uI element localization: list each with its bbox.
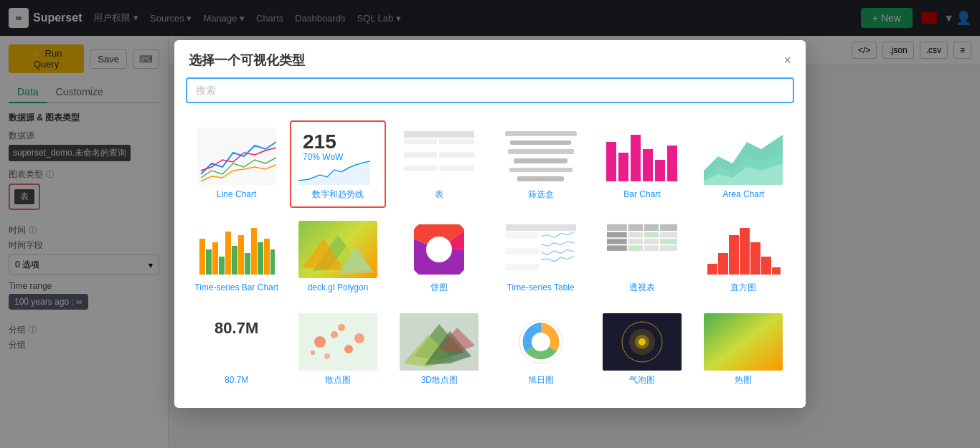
chart-card-pivot[interactable]: 透视表 (594, 214, 689, 301)
chart-card-3d[interactable]: 3D散点图 (392, 306, 487, 394)
chart-preview-tsbar (197, 221, 276, 278)
modal-search-area (174, 77, 806, 112)
svg-point-85 (311, 351, 315, 355)
svg-rect-4 (439, 139, 474, 144)
chart-card-bar[interactable]: Bar Chart (594, 120, 689, 208)
svg-rect-35 (251, 228, 257, 275)
chart-type-modal: 选择一个可视化类型 × Line Chart (174, 40, 806, 408)
chart-name-bignumber: 数字和趋势线 (312, 189, 364, 201)
svg-point-46 (426, 237, 452, 262)
svg-rect-33 (238, 235, 244, 275)
chart-card-tsbar[interactable]: Time-series Bar Chart (189, 214, 284, 301)
chart-name-heatmap: 热图 (735, 375, 752, 386)
svg-point-98 (639, 338, 646, 345)
big-number2-value: 80.7M (215, 319, 258, 338)
modal-header: 选择一个可视化类型 × (174, 40, 806, 77)
svg-rect-50 (506, 240, 539, 247)
svg-rect-78 (772, 267, 781, 275)
svg-rect-18 (631, 135, 641, 181)
svg-point-81 (331, 331, 338, 338)
chart-card-scatter[interactable]: 散点图 (290, 306, 385, 394)
svg-rect-8 (439, 153, 474, 158)
svg-rect-61 (644, 232, 659, 237)
svg-rect-10 (439, 159, 474, 164)
svg-rect-64 (628, 239, 643, 244)
chart-card-heatmap[interactable]: 热图 (696, 306, 791, 394)
svg-rect-36 (258, 242, 263, 275)
chart-preview-bignumber2: 80.7M (197, 313, 276, 371)
svg-rect-13 (404, 172, 437, 177)
chart-name-bar: Bar Chart (623, 189, 660, 201)
svg-rect-30 (219, 257, 225, 275)
svg-rect-27 (199, 239, 205, 275)
svg-rect-31 (225, 232, 231, 275)
modal-title: 选择一个可视化类型 (189, 52, 305, 69)
chart-preview-heatmap (704, 313, 783, 371)
chart-preview-pivot (603, 221, 682, 278)
svg-rect-0 (197, 128, 276, 185)
svg-rect-51 (506, 248, 539, 254)
chart-card-line[interactable]: Line Chart (189, 120, 284, 208)
chart-card-filter[interactable]: 筛选盒 (493, 120, 588, 208)
chart-card-bignumber[interactable]: 215 70% WoW 数字和趋势线 (290, 120, 385, 208)
chart-preview-bar (603, 128, 682, 185)
chart-preview-area (704, 128, 783, 185)
chart-preview-3d (400, 313, 479, 371)
svg-point-82 (344, 345, 353, 353)
modal-close-button[interactable]: × (783, 53, 791, 68)
chart-name-area: Area Chart (722, 189, 764, 201)
svg-rect-70 (660, 245, 677, 250)
chart-card-sunburst[interactable]: 旭日图 (493, 306, 588, 394)
svg-rect-68 (628, 245, 643, 250)
search-input[interactable] (186, 77, 794, 103)
chart-card-polygon[interactable]: deck.gl Polygon (290, 214, 385, 301)
chart-card-tstable[interactable]: Time-series Table (493, 214, 588, 301)
svg-rect-17 (618, 153, 628, 181)
svg-rect-76 (750, 242, 760, 275)
chart-name-pivot: 透视表 (629, 282, 655, 294)
chart-preview-sunburst (501, 313, 580, 371)
chart-name-tsbar: Time-series Bar Chart (194, 282, 278, 294)
svg-rect-9 (404, 159, 437, 164)
svg-point-83 (324, 353, 330, 359)
svg-rect-32 (232, 246, 237, 275)
svg-rect-7 (404, 153, 437, 158)
svg-rect-72 (707, 264, 717, 275)
svg-rect-19 (643, 149, 653, 181)
modal-overlay[interactable]: 选择一个可视化类型 × Line Chart (0, 0, 980, 448)
chart-card-table[interactable]: 表 (392, 120, 487, 208)
svg-rect-77 (761, 257, 771, 275)
chart-preview-pie (400, 221, 479, 278)
svg-point-86 (338, 324, 345, 331)
svg-rect-3 (404, 139, 437, 144)
svg-rect-74 (729, 235, 739, 275)
chart-preview-tstable (501, 221, 580, 278)
svg-rect-65 (644, 239, 659, 244)
svg-rect-5 (404, 146, 437, 151)
chart-card-pie[interactable]: 饼图 (392, 214, 487, 301)
svg-rect-6 (439, 146, 474, 151)
svg-point-84 (354, 333, 364, 343)
chart-preview-polygon (298, 221, 377, 278)
chart-name-polygon: deck.gl Polygon (308, 282, 369, 294)
chart-type-grid: Line Chart 215 70% WoW 数字和趋势线 (174, 112, 806, 408)
svg-rect-28 (206, 249, 212, 275)
svg-point-93 (532, 333, 550, 351)
chart-preview-histogram (704, 221, 783, 278)
svg-rect-14 (439, 172, 474, 177)
chart-name-sunburst: 旭日图 (528, 375, 554, 386)
svg-rect-29 (212, 242, 218, 275)
chart-preview-scatter (298, 313, 377, 371)
chart-card-histogram[interactable]: 直方图 (696, 214, 791, 301)
chart-name-tstable: Time-series Table (507, 282, 575, 294)
chart-card-area[interactable]: Area Chart (696, 120, 791, 208)
svg-rect-12 (439, 166, 474, 171)
chart-card-bubble[interactable]: 气泡图 (594, 306, 689, 394)
chart-card-bignumber2[interactable]: 80.7M 80.7M (189, 306, 284, 394)
svg-rect-58 (660, 224, 677, 231)
svg-rect-66 (660, 239, 677, 244)
svg-rect-56 (628, 224, 643, 231)
chart-name-pie: 饼图 (430, 282, 448, 294)
svg-rect-20 (655, 160, 665, 181)
svg-rect-75 (740, 228, 750, 275)
